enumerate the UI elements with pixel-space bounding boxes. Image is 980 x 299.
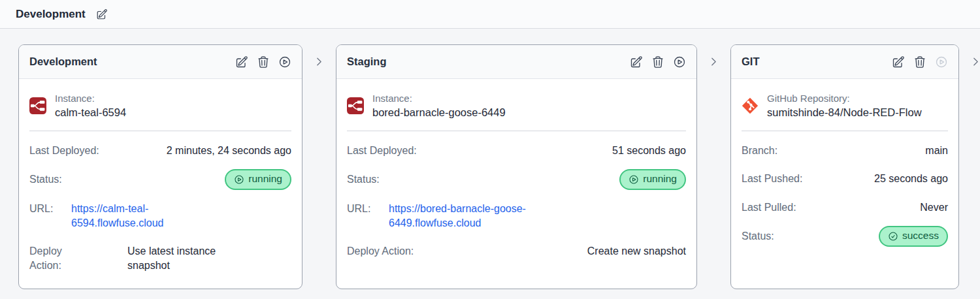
stage-header: GIT xyxy=(731,45,958,79)
deploy-action-label: Deploy Action: xyxy=(29,244,75,272)
instance-summary: Instance: bored-barnacle-goose-6449 xyxy=(347,89,686,131)
branch-label: Branch: xyxy=(742,144,777,158)
repository-name: sumitshinde-84/Node-RED-Flow xyxy=(767,105,922,119)
deploy-action-row: Deploy Action: Create new snapshot xyxy=(347,237,686,266)
play-circle-icon xyxy=(234,174,244,185)
edit-pipeline-button[interactable] xyxy=(96,8,108,20)
stage-separator xyxy=(708,44,719,78)
status-row: Status: running xyxy=(29,165,291,195)
play-circle-icon xyxy=(935,55,948,69)
last-deployed-label: Last Deployed: xyxy=(347,144,417,158)
stage-separator xyxy=(970,44,980,78)
git-icon xyxy=(742,97,759,114)
stage-header: Development xyxy=(19,45,302,79)
status-badge-label: running xyxy=(248,172,282,186)
stage-card-git: GIT GitHub Repository: sumitshinde-84/No… xyxy=(730,44,959,289)
stage-title: GIT xyxy=(742,55,760,68)
stage-details: Branch: main Last Pushed: 25 seconds ago… xyxy=(742,136,948,252)
stage-body: GitHub Repository: sumitshinde-84/Node-R… xyxy=(731,79,958,289)
status-label: Status: xyxy=(347,172,380,187)
deploy-action-row: Deploy Action: Use latest instance snaps… xyxy=(29,237,291,279)
delete-stage-button[interactable] xyxy=(913,55,926,69)
chevron-right-icon xyxy=(970,56,980,67)
chevron-right-icon xyxy=(708,56,719,67)
last-deployed-value: 2 minutes, 24 seconds ago xyxy=(167,144,291,158)
delete-stage-button[interactable] xyxy=(257,55,270,69)
play-circle-icon xyxy=(673,55,686,69)
last-pushed-row: Last Pushed: 25 seconds ago xyxy=(742,165,948,193)
pipeline-stages: Development Instance: calm-teal-6594 Las… xyxy=(0,29,980,289)
stage-header: Staging xyxy=(336,45,696,79)
status-row: Status: success xyxy=(742,221,948,251)
instance-url-link[interactable]: https://bored-barnacle-goose-6449.flowfu… xyxy=(389,202,585,230)
deploy-action-label: Deploy Action: xyxy=(347,244,414,259)
url-row: URL: https://calm-teal-6594.flowfuse.clo… xyxy=(29,195,291,237)
deploy-action-value: Create new snapshot xyxy=(587,244,686,259)
last-deployed-row: Last Deployed: 51 seconds ago xyxy=(347,136,686,165)
stage-actions xyxy=(235,55,291,69)
instance-label: Instance: xyxy=(55,92,126,105)
last-deployed-row: Last Deployed: 2 minutes, 24 seconds ago xyxy=(29,136,291,165)
node-red-icon xyxy=(347,97,364,114)
edit-stage-button[interactable] xyxy=(892,55,905,69)
last-deployed-label: Last Deployed: xyxy=(29,144,99,158)
stage-title: Development xyxy=(29,55,97,68)
chevron-right-icon xyxy=(314,56,325,67)
status-badge: success xyxy=(879,226,948,247)
edit-icon xyxy=(892,55,905,69)
instance-name: bored-barnacle-goose-6449 xyxy=(372,105,506,119)
node-red-icon xyxy=(29,97,46,114)
instance-url-link[interactable]: https://calm-teal-6594.flowfuse.cloud xyxy=(71,202,208,230)
instance-summary: Instance: calm-teal-6594 xyxy=(29,89,291,131)
check-circle-icon xyxy=(888,231,898,242)
trash-icon xyxy=(651,55,664,69)
stage-body: Instance: calm-teal-6594 Last Deployed: … xyxy=(19,79,302,289)
status-badge: running xyxy=(225,169,291,190)
edit-stage-button[interactable] xyxy=(630,55,643,69)
edit-icon xyxy=(96,8,108,20)
stage-card-development: Development Instance: calm-teal-6594 Las… xyxy=(18,44,302,289)
last-pulled-label: Last Pulled: xyxy=(742,200,796,215)
stage-details: Last Deployed: 51 seconds ago Status: ru… xyxy=(347,136,686,266)
stage-details: Last Deployed: 2 minutes, 24 seconds ago… xyxy=(29,136,291,280)
status-label: Status: xyxy=(742,229,774,244)
trash-icon xyxy=(257,55,270,69)
stage-actions xyxy=(892,55,948,69)
play-circle-icon xyxy=(278,55,291,69)
run-stage-button[interactable] xyxy=(673,55,686,69)
instance-text: Instance: calm-teal-6594 xyxy=(55,92,126,120)
repository-summary: GitHub Repository: sumitshinde-84/Node-R… xyxy=(742,89,948,131)
run-stage-button-disabled xyxy=(935,55,948,69)
page-title: Development xyxy=(16,8,86,21)
instance-name: calm-teal-6594 xyxy=(55,105,126,119)
repository-label: GitHub Repository: xyxy=(767,92,922,105)
edit-stage-button[interactable] xyxy=(235,55,248,69)
stage-actions xyxy=(630,55,686,69)
stage-title: Staging xyxy=(347,55,387,68)
branch-value: main xyxy=(925,144,948,158)
stage-card-staging: Staging Instance: bored-barnacle-goose-6… xyxy=(336,44,697,289)
url-row: URL: https://bored-barnacle-goose-6449.f… xyxy=(347,195,686,237)
status-badge-label: running xyxy=(643,172,677,186)
last-pulled-row: Last Pulled: Never xyxy=(742,193,948,222)
edit-icon xyxy=(630,55,643,69)
branch-row: Branch: main xyxy=(742,136,948,165)
stage-body: Instance: bored-barnacle-goose-6449 Last… xyxy=(336,79,696,289)
last-deployed-value: 51 seconds ago xyxy=(612,144,686,158)
delete-stage-button[interactable] xyxy=(651,55,664,69)
last-pulled-value: Never xyxy=(920,200,948,215)
edit-icon xyxy=(235,55,248,69)
status-row: Status: running xyxy=(347,165,686,195)
last-pushed-label: Last Pushed: xyxy=(742,172,802,186)
instance-label: Instance: xyxy=(372,92,506,105)
instance-text: Instance: bored-barnacle-goose-6449 xyxy=(372,92,506,120)
deploy-action-value: Use latest instance snapshot xyxy=(127,244,246,272)
status-label: Status: xyxy=(29,172,62,187)
status-badge-label: success xyxy=(902,229,939,243)
stage-separator xyxy=(314,44,325,78)
run-stage-button[interactable] xyxy=(278,55,291,69)
last-pushed-value: 25 seconds ago xyxy=(874,172,948,186)
url-label: URL: xyxy=(347,202,389,216)
pipeline-header-bar: Development xyxy=(0,0,980,29)
repository-text: GitHub Repository: sumitshinde-84/Node-R… xyxy=(767,92,922,120)
